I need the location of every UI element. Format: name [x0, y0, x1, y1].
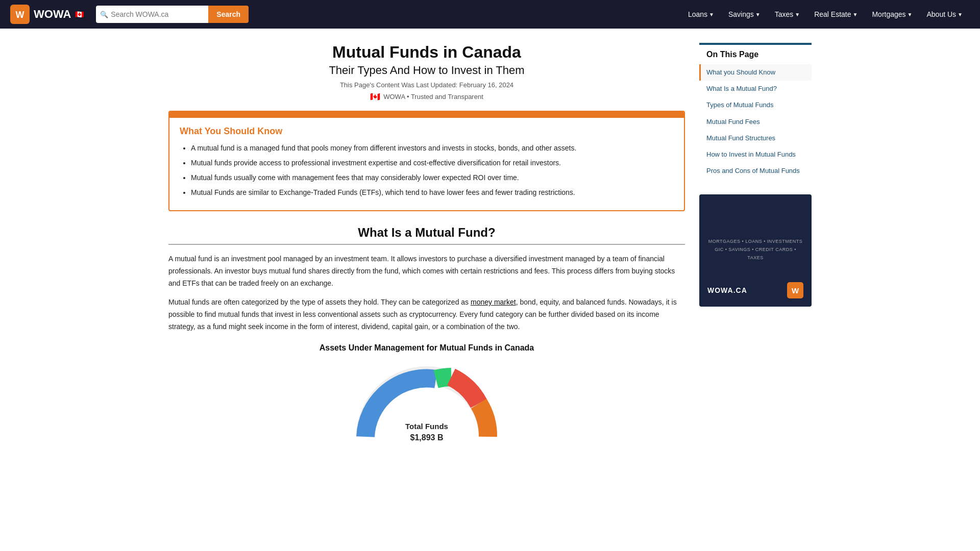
wowa-logo-icon: W	[10, 5, 30, 24]
page-meta: This Page's Content Was Last Updated: Fe…	[168, 81, 685, 89]
on-this-page-title: On This Page	[699, 50, 812, 64]
search-input[interactable]	[111, 10, 204, 18]
last-updated-label: This Page's Content Was Last Updated:	[340, 81, 457, 89]
canada-flag: 🇨🇦	[75, 10, 84, 18]
search-container: 🔍 Search	[96, 6, 249, 23]
search-button[interactable]: Search	[208, 6, 249, 23]
nav-links: Loans ▼ Savings ▼ Taxes ▼ Real Estate ▼ …	[681, 0, 970, 29]
info-bullet: Mutual funds provide access to professio…	[191, 158, 674, 168]
info-box-body: What You Should Know A mutual fund is a …	[169, 118, 684, 210]
svg-text:W: W	[16, 10, 24, 20]
info-box: What You Should Know A mutual fund is a …	[168, 111, 685, 211]
flag-icon: 🇨🇦	[370, 92, 380, 102]
trusted-badge: 🇨🇦 WOWA • Trusted and Transparent	[168, 92, 685, 102]
svg-text:W: W	[792, 286, 799, 295]
toc-item[interactable]: Mutual Fund Structures	[699, 130, 812, 146]
chart-section: Assets Under Management for Mutual Funds…	[168, 343, 685, 460]
toc-item[interactable]: Pros and Cons of Mutual Funds	[699, 163, 812, 179]
on-this-page: On This Page What you Should KnowWhat Is…	[699, 43, 812, 184]
money-market-link[interactable]: money market	[471, 298, 516, 306]
chart-center-value: $1,893 B	[410, 433, 444, 442]
info-bullet: A mutual fund is a managed fund that poo…	[191, 143, 674, 154]
main-content: Mutual Funds in Canada Their Types And H…	[168, 43, 685, 460]
toc-item[interactable]: Mutual Fund Fees	[699, 114, 812, 130]
nav-item-loans[interactable]: Loans ▼	[681, 0, 721, 29]
nav-item-taxes[interactable]: Taxes ▼	[768, 0, 807, 29]
last-updated-date: February 16, 2024	[459, 81, 513, 89]
chart-title: Assets Under Management for Mutual Funds…	[168, 343, 685, 353]
section-paragraph2: Mutual funds are often categorized by th…	[168, 296, 685, 333]
ad-box-tags: MORTGAGES • LOANS • INVESTMENTS GIC • SA…	[707, 237, 803, 262]
mutual-fund-section: What Is a Mutual Fund? A mutual fund is …	[168, 226, 685, 333]
paragraph2-start: Mutual funds are often categorized by th…	[168, 298, 471, 306]
info-box-header	[169, 112, 684, 118]
title-line1: Mutual Funds in Canada	[168, 43, 685, 62]
nav-item-aboutus[interactable]: About Us ▼	[920, 0, 970, 29]
toc-item[interactable]: What you Should Know	[699, 64, 812, 81]
nav-item-mortgages[interactable]: Mortgages ▼	[865, 0, 919, 29]
sidebar: On This Page What you Should KnowWhat Is…	[699, 43, 812, 460]
wowa-ad-logo: W	[787, 282, 803, 298]
search-icon: 🔍	[100, 11, 108, 18]
page-title: Mutual Funds in Canada Their Types And H…	[168, 43, 685, 102]
nav-item-realestate[interactable]: Real Estate ▼	[807, 0, 865, 29]
chart-center-label: Total Funds	[405, 422, 448, 431]
donut-chart: Total Funds $1,893 B	[350, 358, 503, 460]
title-line2: Their Types And How to Invest in Them	[168, 64, 685, 77]
nav-item-savings[interactable]: Savings ▼	[721, 0, 768, 29]
brand-text: WOWA	[34, 8, 71, 21]
toc-item[interactable]: How to Invest in Mutual Funds	[699, 146, 812, 163]
section-divider	[168, 244, 685, 245]
info-bullet: Mutual Funds are similar to Exchange-Tra…	[191, 187, 674, 198]
ad-brand: WOWA.CA	[707, 286, 747, 294]
page-layout: Mutual Funds in Canada Their Types And H…	[158, 29, 822, 474]
ad-box: MORTGAGES • LOANS • INVESTMENTS GIC • SA…	[699, 194, 812, 307]
trusted-text: WOWA • Trusted and Transparent	[383, 93, 483, 101]
info-box-list: A mutual fund is a managed fund that poo…	[180, 143, 674, 198]
info-box-title: What You Should Know	[180, 126, 674, 137]
toc-item[interactable]: What Is a Mutual Fund?	[699, 81, 812, 97]
navbar-brand[interactable]: W WOWA 🇨🇦	[10, 5, 84, 24]
section-paragraph1: A mutual fund is an investment pool mana…	[168, 253, 685, 289]
navbar: W WOWA 🇨🇦 🔍 Search Loans ▼ Savings ▼ Tax…	[0, 0, 980, 29]
info-bullet: Mutual funds usually come with managemen…	[191, 172, 674, 183]
donut-chart-container: Total Funds $1,893 B	[168, 358, 685, 460]
section-title-mutual-fund: What Is a Mutual Fund?	[168, 226, 685, 240]
toc-item[interactable]: Types of Mutual Funds	[699, 97, 812, 113]
ad-box-footer: WOWA.CA W	[707, 282, 803, 298]
